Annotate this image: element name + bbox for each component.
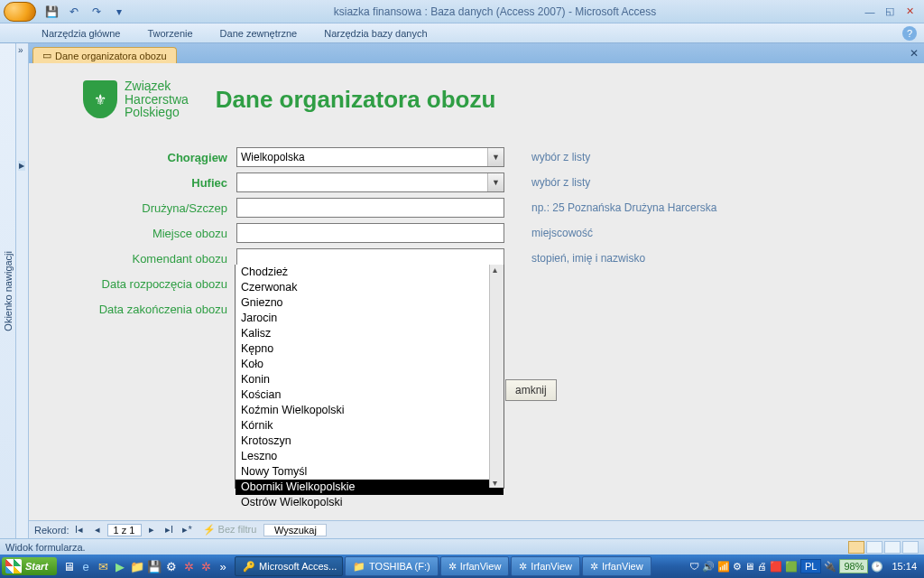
view-form-icon[interactable] xyxy=(848,541,864,554)
task-icon: ✲ xyxy=(590,561,598,573)
qat-more-icon[interactable]: ▾ xyxy=(109,3,129,21)
dropdown-option[interactable]: Jarocin xyxy=(236,311,504,326)
ribbon-tab-external[interactable]: Dane zewnętrzne xyxy=(215,26,303,41)
ribbon-tab-dbtools[interactable]: Narzędzia bazy danych xyxy=(319,26,432,41)
label-data-start: Data rozpoczęcia obozu xyxy=(83,277,236,291)
restore-button[interactable]: ◱ xyxy=(881,5,899,18)
system-tray: 🛡 🔊 📶 ⚙ 🖥 🖨 🟥 🟩 PL 🔌 98% 🕑 15:14 xyxy=(689,559,922,573)
ql-settings-icon[interactable]: ⚙ xyxy=(163,557,180,575)
close-form-button[interactable]: amknij xyxy=(505,379,557,401)
recnav-search[interactable] xyxy=(263,524,327,536)
recnav-label: Rekord: xyxy=(34,525,69,536)
navigation-pane-toggle[interactable] xyxy=(16,43,29,538)
recnav-first[interactable]: I◂ xyxy=(71,523,88,536)
close-window-button[interactable]: ✕ xyxy=(901,5,919,18)
dropdown-option[interactable]: Gniezno xyxy=(236,295,504,311)
tray-icon[interactable]: 🔊 xyxy=(702,561,715,573)
dropdown-option[interactable]: Oborniki Wielkopolskie xyxy=(236,480,504,495)
document-tab-label: Dane organizatora obozu xyxy=(55,51,167,61)
ql-more-icon[interactable]: » xyxy=(215,557,231,575)
document-tab-active[interactable]: ▭ Dane organizatora obozu xyxy=(32,47,177,63)
input-miejsce[interactable] xyxy=(236,223,504,243)
tray-icon[interactable]: 🟥 xyxy=(770,561,782,573)
tray-icon[interactable]: 🟩 xyxy=(785,561,798,573)
document-tab-close-icon[interactable]: ✕ xyxy=(910,47,919,60)
ql-irfan2-icon[interactable]: ✲ xyxy=(198,557,214,575)
office-button[interactable] xyxy=(4,2,36,22)
taskbar-task[interactable]: 📁TOSHIBA (F:) xyxy=(345,556,439,576)
recnav-last[interactable]: ▸I xyxy=(162,523,178,536)
ql-save-icon[interactable]: 💾 xyxy=(146,557,162,575)
label-data-end: Data zakończenia obozu xyxy=(83,303,236,316)
document-tabs: ▭ Dane organizatora obozu ✕ xyxy=(29,43,924,63)
dropdown-option[interactable]: Ostrów Wielkopolski xyxy=(236,495,504,510)
form-icon: ▭ xyxy=(42,50,51,61)
ql-desktop-icon[interactable]: 🖥 xyxy=(60,557,77,575)
dropdown-option[interactable]: Krotoszyn xyxy=(236,434,504,449)
taskbar-task[interactable]: 🔑Microsoft Acces... xyxy=(235,556,343,576)
tray-icon[interactable]: 🔌 xyxy=(824,561,836,573)
dropdown-option[interactable]: Nowy Tomyśl xyxy=(236,464,504,480)
view-datasheet-icon[interactable] xyxy=(866,541,882,554)
ql-ie-icon[interactable]: e xyxy=(78,557,94,575)
dropdown-option[interactable]: Czerwonak xyxy=(236,280,504,295)
combo-choragiew[interactable]: Wielkopolska ▼ xyxy=(236,147,504,167)
logo-line1: Związek xyxy=(125,79,189,93)
taskbar-task[interactable]: ✲IrfanView xyxy=(582,556,651,576)
ql-outlook-icon[interactable]: ✉ xyxy=(95,557,111,575)
dropdown-option[interactable]: Chodzież xyxy=(236,265,504,280)
tray-icon[interactable]: 📶 xyxy=(717,561,730,573)
redo-icon[interactable]: ↷ xyxy=(87,3,106,21)
taskbar-task[interactable]: ✲IrfanView xyxy=(440,556,510,576)
recnav-next[interactable]: ▸ xyxy=(143,523,160,536)
ql-irfan1-icon[interactable]: ✲ xyxy=(180,557,197,575)
start-button[interactable]: Start xyxy=(2,557,57,575)
recnav-new[interactable]: ▸* xyxy=(180,523,196,536)
view-design-icon[interactable] xyxy=(902,541,919,554)
dropdown-option[interactable]: Leszno xyxy=(236,449,504,464)
dropdown-option[interactable]: Kalisz xyxy=(236,326,504,341)
dropdown-option[interactable]: Koło xyxy=(236,357,504,372)
ribbon-tab-create[interactable]: Tworzenie xyxy=(142,26,198,41)
ql-explorer-icon[interactable]: 📁 xyxy=(129,557,145,575)
dropdown-option[interactable]: Koźmin Wielkopolski xyxy=(236,403,504,418)
input-druzyna[interactable] xyxy=(236,198,504,218)
dropdown-option[interactable]: Kościan xyxy=(236,387,504,403)
task-label: IrfanView xyxy=(531,561,572,572)
dropdown-option[interactable]: Kórnik xyxy=(236,418,504,434)
ribbon-tab-home[interactable]: Narzędzia główne xyxy=(36,26,125,41)
task-icon: 📁 xyxy=(353,561,365,573)
taskbar-task[interactable]: ✲IrfanView xyxy=(511,556,580,576)
taskbar-clock[interactable]: 15:14 xyxy=(886,561,922,572)
dropdown-option[interactable]: Konin xyxy=(236,372,504,387)
windows-logo-icon xyxy=(5,559,22,573)
minimize-button[interactable]: — xyxy=(861,5,879,18)
label-miejsce: Miejsce obozu xyxy=(83,227,236,240)
view-layout-icon[interactable] xyxy=(884,541,901,554)
dropdown-option[interactable]: Kępno xyxy=(236,341,504,357)
quick-launch: 🖥 e ✉ ▶ 📁 💾 ⚙ ✲ ✲ » xyxy=(60,557,231,575)
recnav-position[interactable] xyxy=(107,524,142,536)
tray-icon[interactable]: ⚙ xyxy=(733,561,742,573)
tray-icon[interactable]: 🖥 xyxy=(744,561,754,572)
task-label: Microsoft Acces... xyxy=(259,561,337,572)
form-title: Dane organizatora obozu xyxy=(216,86,496,114)
chevron-down-icon[interactable]: ▼ xyxy=(487,148,504,166)
battery-indicator[interactable]: 98% xyxy=(839,559,868,573)
combo-hufiec-dropdown[interactable]: ChodzieżCzerwonakGnieznoJarocinKaliszKęp… xyxy=(235,265,504,489)
help-icon[interactable]: ? xyxy=(902,26,917,41)
navigation-pane-collapsed[interactable]: Okienko nawigacji xyxy=(0,43,16,538)
save-icon[interactable]: 💾 xyxy=(42,3,61,21)
undo-icon[interactable]: ↶ xyxy=(64,3,84,21)
recnav-prev[interactable]: ◂ xyxy=(89,523,106,536)
language-indicator[interactable]: PL xyxy=(800,559,821,573)
tray-icon[interactable]: 🛡 xyxy=(689,561,699,572)
combo-hufiec[interactable]: ▼ xyxy=(236,172,504,192)
logo-line2: Harcerstwa xyxy=(125,93,189,107)
chevron-down-icon[interactable]: ▼ xyxy=(487,173,504,191)
tray-icon[interactable]: 🖨 xyxy=(757,561,767,572)
ql-media-icon[interactable]: ▶ xyxy=(112,557,128,575)
task-label: TOSHIBA (F:) xyxy=(369,561,430,572)
dropdown-scrollbar[interactable] xyxy=(489,265,504,488)
tray-icon[interactable]: 🕑 xyxy=(871,561,883,573)
